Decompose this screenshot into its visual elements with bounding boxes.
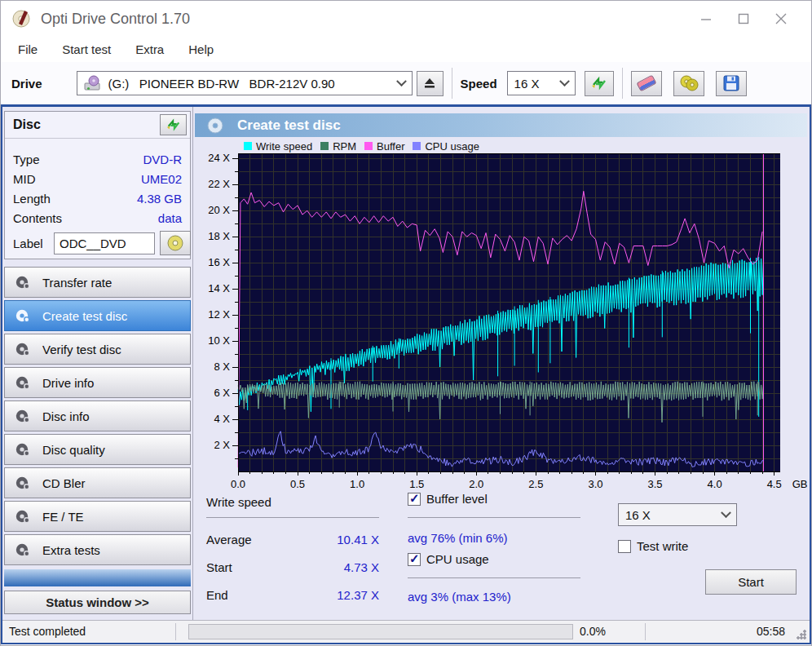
y-tick-label: 24 X xyxy=(197,152,230,164)
menu-extra[interactable]: Extra xyxy=(129,40,170,59)
sidebar-item-cd-bler[interactable]: CD Bler xyxy=(4,467,191,498)
disc-row-label: Contents xyxy=(13,211,62,226)
disc-icon xyxy=(15,342,31,357)
stat-row-average: Average 10.41 X xyxy=(206,533,379,546)
erase-disc-button[interactable] xyxy=(631,71,662,96)
x-tick-label: 3.0 xyxy=(579,478,611,490)
disc-icon xyxy=(15,442,31,458)
sidebar-item-label: Verify test disc xyxy=(42,343,121,356)
disc-label-button[interactable] xyxy=(160,231,191,255)
sidebar-item-label: CD Bler xyxy=(42,476,86,490)
refresh-button[interactable] xyxy=(585,71,614,96)
chart-title-bar: Create test disc xyxy=(195,113,807,137)
stat-value: 10.41 X xyxy=(337,533,379,546)
sidebar: Disc Type DVD-R xyxy=(2,107,193,620)
save-button[interactable] xyxy=(716,71,747,96)
cpu-usage-checkbox[interactable] xyxy=(408,553,421,566)
menu-start-test[interactable]: Start test xyxy=(55,40,117,59)
disc-label-input[interactable] xyxy=(54,232,155,254)
write-speed-select-value: 16 X xyxy=(625,508,651,522)
title-bar: Opti Drive Control 1.70 xyxy=(1,1,811,37)
y-tick-label: 4 X xyxy=(197,413,230,425)
disc-row-value: UME02 xyxy=(141,172,182,187)
progress-bar xyxy=(188,624,573,639)
main-frame: Disc Type DVD-R xyxy=(1,107,811,644)
resize-grip[interactable] xyxy=(797,630,806,639)
sidebar-item-extra-tests[interactable]: Extra tests xyxy=(4,534,191,565)
y-tick-label: 18 X xyxy=(197,230,230,242)
eject-button[interactable] xyxy=(417,71,444,96)
legend-item: Write speed xyxy=(244,140,312,153)
test-write-checkbox[interactable] xyxy=(618,540,631,553)
speed-select[interactable]: 16 X xyxy=(507,71,576,95)
statusbar-separator xyxy=(175,623,176,640)
sidebar-item-disc-info[interactable]: Disc info xyxy=(4,400,191,431)
disc-info-panel: Disc Type DVD-R xyxy=(4,111,191,259)
buffer-level-checkbox-row[interactable]: Buffer level xyxy=(408,492,488,506)
x-tick-label: 4.5 xyxy=(758,478,791,490)
status-text: Test completed xyxy=(9,625,86,638)
sidebar-item-label: Drive info xyxy=(42,376,94,390)
sidebar-item-label: Create test disc xyxy=(42,309,127,323)
test-write-checkbox-row[interactable]: Test write xyxy=(618,539,688,553)
sidebar-item-fe-te[interactable]: FE / TE xyxy=(4,501,191,532)
app-icon xyxy=(11,8,33,29)
write-speed-select[interactable]: 16 X xyxy=(618,503,737,526)
toolbar: Drive (G:) PIONEER BD-RW BDR-212V 0.90 S… xyxy=(1,62,811,107)
disc-icon xyxy=(15,308,31,324)
cpu-usage-checkbox-row[interactable]: CPU usage xyxy=(408,552,489,566)
legend-label: RPM xyxy=(333,140,356,153)
legend-item: RPM xyxy=(312,140,356,153)
x-tick-label: 4.0 xyxy=(699,478,731,490)
test-write-label: Test write xyxy=(637,539,688,553)
disc-icon xyxy=(15,476,31,491)
stat-row-start: Start 4.73 X xyxy=(206,560,379,574)
buffer-level-checkbox[interactable] xyxy=(408,493,421,506)
legend-swatch xyxy=(364,142,373,150)
sidebar-item-disc-quality[interactable]: Disc quality xyxy=(4,434,191,465)
legend-label: CPU usage xyxy=(425,140,479,153)
close-button[interactable] xyxy=(762,7,800,31)
write-speed-stats-title: Write speed xyxy=(206,495,271,509)
y-tick-label: 22 X xyxy=(197,178,230,190)
legend-label: Buffer xyxy=(377,140,404,153)
minimize-button[interactable] xyxy=(687,7,725,31)
sidebar-item-transfer-rate[interactable]: Transfer rate xyxy=(4,267,191,298)
legend-item: Buffer xyxy=(356,140,404,153)
start-button[interactable]: Start xyxy=(705,569,797,595)
disc-refresh-button[interactable] xyxy=(160,114,187,135)
buffer-stats-value: avg 76% (min 6%) xyxy=(408,531,508,545)
sidebar-item-create-test-disc[interactable]: Create test disc xyxy=(4,300,191,331)
disc-panel-title: Disc xyxy=(13,117,160,132)
legend-swatch xyxy=(413,142,421,150)
stat-value: 4.73 X xyxy=(344,560,379,574)
buffer-level-label: Buffer level xyxy=(426,492,488,506)
x-tick-label: 0.5 xyxy=(281,478,314,490)
disc-row-label: Length xyxy=(13,192,51,206)
refresh-icon xyxy=(590,75,608,91)
disc-icon xyxy=(15,509,31,524)
menu-help[interactable]: Help xyxy=(182,40,220,59)
disc-row-label: Type xyxy=(13,153,40,167)
sidebar-item-label: FE / TE xyxy=(42,510,84,524)
chevron-down-icon xyxy=(396,76,407,86)
drive-select[interactable]: (G:) PIONEER BD-RW BDR-212V 0.90 xyxy=(77,71,413,95)
sidebar-item-drive-info[interactable]: Drive info xyxy=(4,367,191,398)
y-tick-label: 16 X xyxy=(197,256,230,268)
y-tick-label: 6 X xyxy=(197,387,230,399)
speed-label: Speed xyxy=(461,77,497,91)
progress-percent: 0.0% xyxy=(580,625,606,638)
y-tick-label: 12 X xyxy=(197,308,230,321)
menu-file[interactable]: File xyxy=(11,40,44,59)
divider xyxy=(408,517,580,518)
y-tick-label: 2 X xyxy=(197,439,230,451)
sidebar-item-label: Disc quality xyxy=(42,443,105,457)
sidebar-item-verify-test-disc[interactable]: Verify test disc xyxy=(4,334,191,365)
content-area: Create test disc Write speedRPMBufferCPU… xyxy=(193,107,810,620)
status-window-button[interactable]: Status window >> xyxy=(4,591,191,614)
refresh-icon xyxy=(165,117,182,132)
disc-copy-button[interactable] xyxy=(673,71,704,96)
maximize-button[interactable] xyxy=(725,7,762,31)
sidebar-item-label: Extra tests xyxy=(42,543,100,557)
stat-value: 12.37 X xyxy=(337,588,379,602)
